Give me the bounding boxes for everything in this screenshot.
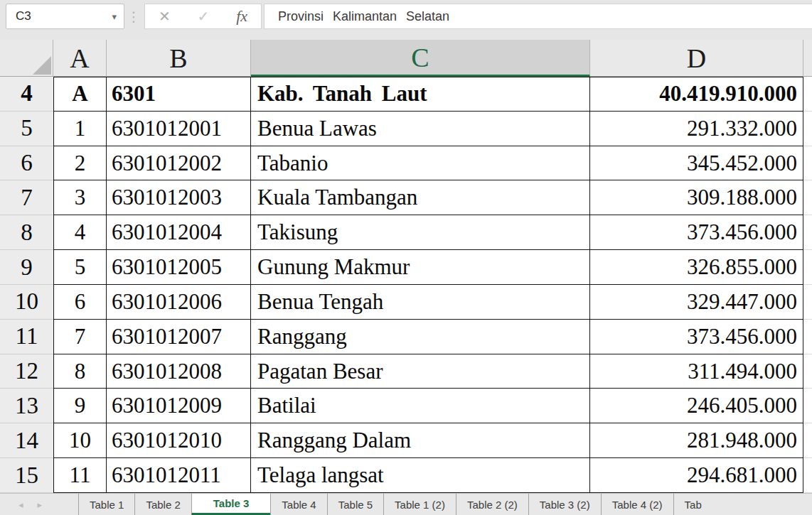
cell-col-a[interactable]: 11: [53, 458, 107, 493]
cell-col-d[interactable]: 373.456.000: [590, 320, 803, 354]
sheet-tab[interactable]: Table 4 (2): [601, 494, 673, 515]
cell-col-c[interactable]: Kab. Tanah Laut: [251, 77, 590, 112]
cell-col-spacer[interactable]: [803, 320, 812, 354]
cell-col-c[interactable]: Pagatan Besar: [251, 354, 590, 389]
row-header[interactable]: 15: [0, 458, 53, 493]
cell-col-a[interactable]: 9: [53, 389, 107, 423]
row-header[interactable]: 13: [0, 389, 53, 423]
cell-col-d[interactable]: 281.948.000: [590, 423, 803, 458]
cell-col-d[interactable]: 246.405.000: [590, 389, 803, 423]
cell-col-b[interactable]: 6301012004: [107, 215, 251, 250]
row-header[interactable]: 14: [0, 423, 53, 458]
cell-col-spacer[interactable]: [803, 354, 812, 389]
cell-col-b[interactable]: 6301012007: [107, 320, 251, 354]
cell-col-b[interactable]: 6301012009: [107, 389, 251, 423]
cell-col-b[interactable]: 6301012010: [107, 423, 251, 458]
cell-col-d[interactable]: 326.855.000: [590, 250, 803, 285]
cell-col-b[interactable]: 6301012002: [107, 146, 251, 181]
sheet-tab-label: Tab: [685, 499, 702, 511]
row-header[interactable]: 5: [0, 112, 53, 146]
cell-col-b[interactable]: 6301012006: [107, 285, 251, 320]
cancel-icon[interactable]: ✕: [159, 8, 171, 25]
prev-sheet-icon[interactable]: ◂: [18, 499, 23, 510]
cell-col-a[interactable]: 10: [53, 423, 107, 458]
cell-col-spacer[interactable]: [803, 77, 812, 112]
column-header-a[interactable]: A: [53, 40, 107, 77]
cell-col-b[interactable]: 6301012008: [107, 354, 251, 389]
cell-col-c[interactable]: Tabanio: [251, 146, 590, 181]
cell-col-c[interactable]: Benua Tengah: [251, 285, 590, 320]
cell-col-b[interactable]: 6301012001: [107, 112, 251, 146]
cell-col-c[interactable]: Ranggang Dalam: [251, 423, 590, 458]
cell-col-d[interactable]: 40.419.910.000: [590, 77, 803, 112]
row-header[interactable]: 11: [0, 320, 53, 354]
cell-col-a[interactable]: 2: [53, 146, 107, 181]
next-sheet-icon[interactable]: ▸: [38, 499, 43, 510]
cell-col-b[interactable]: 6301012011: [107, 458, 251, 493]
sheet-tab[interactable]: Table 1 (2): [383, 494, 456, 515]
cell-col-b[interactable]: 6301: [107, 77, 251, 112]
sheet-tab[interactable]: Table 4: [270, 494, 326, 515]
table-row: 12 8 6301012008 Pagatan Besar 311.494.00…: [0, 354, 812, 389]
row-header[interactable]: 10: [0, 285, 53, 320]
cell-col-c[interactable]: Batilai: [251, 389, 590, 423]
sheet-tab[interactable]: Table 2 (2): [456, 494, 528, 515]
name-box[interactable]: C3 ▾: [6, 4, 124, 29]
sheet-tab[interactable]: Tab: [673, 494, 712, 515]
cell-col-d[interactable]: 329.447.000: [590, 285, 803, 320]
cell-col-d[interactable]: 373.456.000: [590, 215, 803, 250]
sheet-tab[interactable]: Table 2: [134, 494, 191, 515]
row-header[interactable]: 7: [0, 180, 53, 215]
cell-col-spacer[interactable]: [803, 146, 812, 181]
cell-col-a[interactable]: 6: [53, 285, 107, 320]
cell-col-spacer[interactable]: [803, 423, 812, 458]
cell-col-b[interactable]: 6301012003: [107, 180, 251, 215]
sheet-tab-label: Table 4 (2): [612, 499, 663, 511]
column-header-b[interactable]: B: [107, 40, 251, 77]
formula-input[interactable]: Provinsi Kalimantan Selatan: [264, 4, 812, 29]
cell-col-spacer[interactable]: [803, 285, 812, 320]
cell-col-c[interactable]: Kuala Tambangan: [251, 180, 590, 215]
cell-col-d[interactable]: 291.332.000: [590, 112, 803, 146]
grip-dots-icon: ⋮: [124, 4, 144, 29]
cell-col-a[interactable]: A: [53, 77, 107, 112]
column-header-c-selected[interactable]: C: [251, 40, 590, 77]
cell-col-a[interactable]: 1: [53, 112, 107, 146]
cell-col-a[interactable]: 8: [53, 354, 107, 389]
cell-col-d[interactable]: 294.681.000: [590, 458, 803, 493]
cell-col-d[interactable]: 311.494.000: [590, 354, 803, 389]
cell-col-spacer[interactable]: [803, 250, 812, 285]
cell-col-c[interactable]: Ranggang: [251, 320, 590, 354]
cell-col-d[interactable]: 309.188.000: [590, 180, 803, 215]
sheet-tab[interactable]: Table 5: [327, 494, 383, 515]
cell-col-c[interactable]: Telaga langsat: [251, 458, 590, 493]
row-header[interactable]: 12: [0, 354, 53, 389]
cell-col-a[interactable]: 4: [53, 215, 107, 250]
name-box-dropdown-icon[interactable]: ▾: [112, 11, 124, 22]
insert-function-icon[interactable]: fx: [236, 7, 247, 26]
column-header-d[interactable]: D: [590, 40, 803, 77]
cell-col-c[interactable]: Gunung Makmur: [251, 250, 590, 285]
sheet-tab[interactable]: Table 3 (2): [528, 494, 601, 515]
table-row: 14 10 6301012010 Ranggang Dalam 281.948.…: [0, 423, 812, 458]
cell-col-b[interactable]: 6301012005: [107, 250, 251, 285]
cell-col-a[interactable]: 3: [53, 180, 107, 215]
row-header[interactable]: 8: [0, 215, 53, 250]
row-header[interactable]: 4: [0, 77, 53, 112]
sheet-tab[interactable]: Table 1: [78, 494, 134, 515]
sheet-tab[interactable]: Table 3: [191, 494, 271, 515]
row-header[interactable]: 6: [0, 146, 53, 181]
cell-col-spacer[interactable]: [803, 458, 812, 493]
cell-col-spacer[interactable]: [803, 389, 812, 423]
select-all-corner[interactable]: [0, 40, 53, 77]
cell-col-d[interactable]: 345.452.000: [590, 146, 803, 181]
cell-col-spacer[interactable]: [803, 180, 812, 215]
cell-col-spacer[interactable]: [803, 215, 812, 250]
cell-col-spacer[interactable]: [803, 112, 812, 146]
enter-icon[interactable]: ✓: [198, 8, 210, 25]
cell-col-c[interactable]: Takisung: [251, 215, 590, 250]
cell-col-c[interactable]: Benua Lawas: [251, 112, 590, 146]
row-header[interactable]: 9: [0, 250, 53, 285]
cell-col-a[interactable]: 7: [53, 320, 107, 354]
cell-col-a[interactable]: 5: [53, 250, 107, 285]
